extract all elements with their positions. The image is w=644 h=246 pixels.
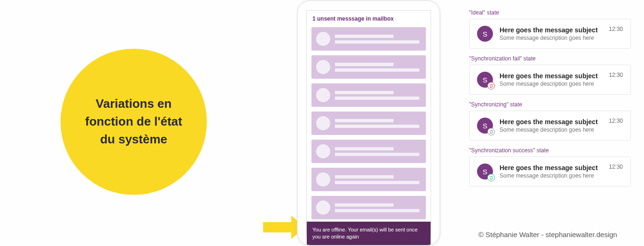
footer-credit: © Stéphanie Walter - stephaniewalter.des… xyxy=(478,231,617,239)
sync-success-icon xyxy=(487,174,495,181)
state-label: "Synchronizing" state xyxy=(469,101,631,108)
message-time: 12:30 xyxy=(609,26,623,32)
avatar-placeholder xyxy=(316,116,330,130)
title-circle: Variations en fonction de l'état du syst… xyxy=(61,49,207,195)
sync-fail-icon xyxy=(487,82,495,89)
text-placeholder xyxy=(335,175,421,184)
sync-syncing-icon xyxy=(487,128,495,135)
card-body: Here goes the message subjectSome messag… xyxy=(500,72,602,87)
avatar-placeholder xyxy=(316,201,330,215)
avatar-placeholder xyxy=(316,32,330,46)
mailbox-heading: 1 unsent messsage in mailbox xyxy=(307,11,431,25)
message-row xyxy=(311,196,426,219)
message-row xyxy=(311,55,426,79)
text-placeholder xyxy=(335,91,421,100)
text-placeholder xyxy=(335,119,421,128)
state-label: "Synchronization success" state xyxy=(469,147,631,154)
text-placeholder xyxy=(335,35,421,44)
message-description: Some message description goes here xyxy=(500,35,602,41)
message-description: Some message description goes here xyxy=(500,127,602,133)
message-time: 12:30 xyxy=(609,72,623,78)
phone-mockup: 1 unsent messsage in mailbox xyxy=(297,0,440,246)
text-placeholder xyxy=(335,147,421,156)
message-row xyxy=(311,168,426,191)
message-row xyxy=(311,83,426,107)
message-row xyxy=(311,27,426,51)
avatar: S xyxy=(477,72,493,88)
card-body: Here goes the message subjectSome messag… xyxy=(500,164,602,179)
message-card[interactable]: SHere goes the message subjectSome messa… xyxy=(469,157,631,186)
phone-screen: 1 unsent messsage in mailbox xyxy=(306,10,431,236)
state-list: "Ideal" stateSHere goes the message subj… xyxy=(469,9,631,186)
message-time: 12:30 xyxy=(609,118,623,124)
state-label: "Ideal" state xyxy=(469,9,631,16)
message-time: 12:30 xyxy=(609,164,623,170)
offline-banner: You are offline. Your email(s) will be s… xyxy=(307,222,431,246)
message-card[interactable]: SHere goes the message subjectSome messa… xyxy=(469,65,631,95)
text-placeholder xyxy=(335,203,421,212)
message-row xyxy=(311,140,426,163)
card-body: Here goes the message subjectSome messag… xyxy=(500,118,602,133)
avatar: S xyxy=(477,164,493,179)
avatar-placeholder xyxy=(316,60,330,74)
avatar-letter: S xyxy=(477,26,493,42)
message-card[interactable]: SHere goes the message subjectSome messa… xyxy=(469,19,631,49)
text-placeholder xyxy=(335,63,421,72)
message-subject: Here goes the message subject xyxy=(500,72,602,80)
message-card[interactable]: SHere goes the message subjectSome messa… xyxy=(469,111,631,141)
message-subject: Here goes the message subject xyxy=(500,26,602,34)
message-subject: Here goes the message subject xyxy=(500,164,602,171)
message-description: Some message description goes here xyxy=(500,81,602,87)
message-subject: Here goes the message subject xyxy=(500,118,602,126)
avatar-placeholder xyxy=(316,88,330,102)
state-label: "Synchronization fail" state xyxy=(469,55,631,62)
avatar-placeholder xyxy=(316,144,330,158)
title-text: Variations en fonction de l'état du syst… xyxy=(79,95,188,148)
message-description: Some message description goes here xyxy=(500,172,602,179)
avatar: S xyxy=(477,26,493,42)
avatar: S xyxy=(477,118,493,134)
message-row xyxy=(311,112,426,135)
card-body: Here goes the message subjectSome messag… xyxy=(500,26,602,41)
avatar-placeholder xyxy=(316,172,330,186)
